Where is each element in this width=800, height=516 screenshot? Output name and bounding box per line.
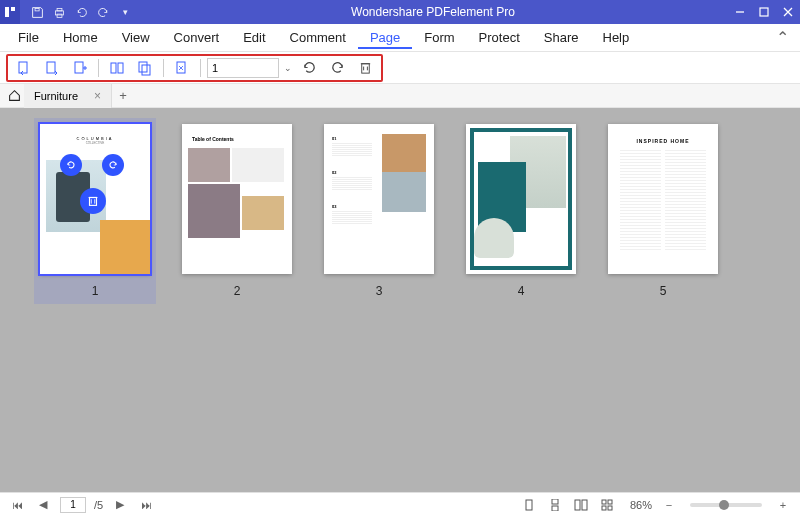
menu-bar: File Home View Convert Edit Comment Page… <box>0 24 800 52</box>
toolbar-separator <box>200 59 201 77</box>
extract-page-icon[interactable] <box>133 56 157 80</box>
window-controls <box>728 0 800 24</box>
page-number-label: 5 <box>660 284 667 298</box>
next-page-icon[interactable]: ▶ <box>111 496 129 514</box>
view-grid-icon[interactable] <box>598 496 616 514</box>
zoom-slider[interactable] <box>690 503 762 507</box>
save-icon[interactable] <box>27 2 47 22</box>
replace-page-icon[interactable] <box>170 56 194 80</box>
qat-more-icon[interactable]: ▾ <box>115 2 135 22</box>
page-number-label: 4 <box>518 284 525 298</box>
zoom-out-icon[interactable]: − <box>660 496 678 514</box>
svg-rect-20 <box>90 198 97 206</box>
svg-rect-0 <box>35 8 39 10</box>
svg-rect-7 <box>47 62 55 73</box>
menu-page[interactable]: Page <box>358 26 412 49</box>
first-page-icon[interactable]: ⏮ <box>8 496 26 514</box>
svg-rect-29 <box>602 500 606 504</box>
svg-rect-28 <box>582 500 587 510</box>
page-number-label: 1 <box>92 284 99 298</box>
zoom-in-icon[interactable]: + <box>774 496 792 514</box>
svg-rect-2 <box>57 8 62 10</box>
svg-rect-30 <box>608 500 612 504</box>
collapse-ribbon-icon[interactable]: ⌃ <box>770 26 794 50</box>
view-single-icon[interactable] <box>520 496 538 514</box>
page-toolbar: ⌄ <box>0 52 800 84</box>
menu-file[interactable]: File <box>6 26 51 49</box>
current-page-input[interactable] <box>60 497 86 513</box>
page-thumbnail-2[interactable]: Table of Contents 2 <box>182 124 292 298</box>
last-page-icon[interactable]: ⏭ <box>137 496 155 514</box>
redo-icon[interactable] <box>93 2 113 22</box>
page-thumbnail-1[interactable]: COLUMBIA COLLECTIVE 1 <box>34 118 156 304</box>
page-overlay-rotate-right-icon[interactable] <box>102 154 124 176</box>
page-thumbnail-4[interactable]: 4 <box>466 124 576 298</box>
insert-from-pdf-icon[interactable] <box>68 56 92 80</box>
page-number-label: 3 <box>376 284 383 298</box>
page-thumbnail-5[interactable]: INSPIRED HOME 5 <box>608 124 718 298</box>
page2-block <box>242 196 284 230</box>
svg-rect-24 <box>526 500 532 510</box>
close-tab-icon[interactable]: × <box>94 89 101 103</box>
page5-columns <box>614 150 712 250</box>
title-bar: ▾ Wondershare PDFelement Pro <box>0 0 800 24</box>
zoom-slider-thumb[interactable] <box>719 500 729 510</box>
document-tab[interactable]: Furniture × <box>24 84 112 108</box>
prev-page-icon[interactable]: ◀ <box>34 496 52 514</box>
rotate-left-icon[interactable] <box>297 56 321 80</box>
menu-home[interactable]: Home <box>51 26 110 49</box>
toolbar-separator <box>163 59 164 77</box>
page3-image <box>382 134 426 172</box>
svg-rect-12 <box>118 63 123 73</box>
window-title: Wondershare PDFelement Pro <box>138 5 728 19</box>
page-overlay-delete-icon[interactable] <box>80 188 106 214</box>
page3-section: 01 <box>332 136 372 161</box>
page3-image <box>382 172 426 212</box>
undo-icon[interactable] <box>71 2 91 22</box>
page-thumbnail-area[interactable]: COLUMBIA COLLECTIVE 1 Table of Contents <box>0 108 800 492</box>
quick-access-toolbar: ▾ <box>24 2 138 22</box>
insert-page-icon[interactable] <box>12 56 36 80</box>
toolbar-separator <box>98 59 99 77</box>
app-logo <box>0 0 20 24</box>
svg-rect-25 <box>552 499 558 504</box>
page1-subtitle: COLLECTIVE <box>46 141 144 145</box>
view-continuous-icon[interactable] <box>546 496 564 514</box>
page-overlay-rotate-left-icon[interactable] <box>60 154 82 176</box>
page-thumbnail-3[interactable]: 01 02 03 3 <box>324 124 434 298</box>
page1-accent <box>100 220 150 274</box>
document-tab-label: Furniture <box>34 90 78 102</box>
menu-convert[interactable]: Convert <box>162 26 232 49</box>
home-tab-icon[interactable] <box>4 86 24 106</box>
menu-help[interactable]: Help <box>591 26 642 49</box>
maximize-button[interactable] <box>752 0 776 24</box>
print-icon[interactable] <box>49 2 69 22</box>
rotate-right-icon[interactable] <box>325 56 349 80</box>
page2-title: Table of Contents <box>192 136 286 142</box>
page-dropdown-icon[interactable]: ⌄ <box>281 58 295 78</box>
menu-edit[interactable]: Edit <box>231 26 277 49</box>
page4-chair <box>474 218 514 258</box>
zoom-value-label: 86% <box>630 499 652 511</box>
menu-share[interactable]: Share <box>532 26 591 49</box>
menu-comment[interactable]: Comment <box>278 26 358 49</box>
close-button[interactable] <box>776 0 800 24</box>
page3-section: 02 <box>332 170 372 195</box>
menu-view[interactable]: View <box>110 26 162 49</box>
document-tab-bar: Furniture × + <box>0 84 800 108</box>
page3-section: 03 <box>332 204 372 229</box>
svg-rect-31 <box>602 506 606 510</box>
split-page-icon[interactable] <box>105 56 129 80</box>
svg-rect-16 <box>361 64 369 73</box>
menu-protect[interactable]: Protect <box>467 26 532 49</box>
page2-block <box>188 148 230 182</box>
page5-title: INSPIRED HOME <box>614 138 712 144</box>
svg-rect-32 <box>608 506 612 510</box>
view-two-page-icon[interactable] <box>572 496 590 514</box>
add-tab-icon[interactable]: + <box>112 85 134 107</box>
menu-form[interactable]: Form <box>412 26 466 49</box>
delete-page-icon[interactable] <box>353 56 377 80</box>
minimize-button[interactable] <box>728 0 752 24</box>
insert-blank-page-icon[interactable] <box>40 56 64 80</box>
page-number-input[interactable] <box>207 58 279 78</box>
